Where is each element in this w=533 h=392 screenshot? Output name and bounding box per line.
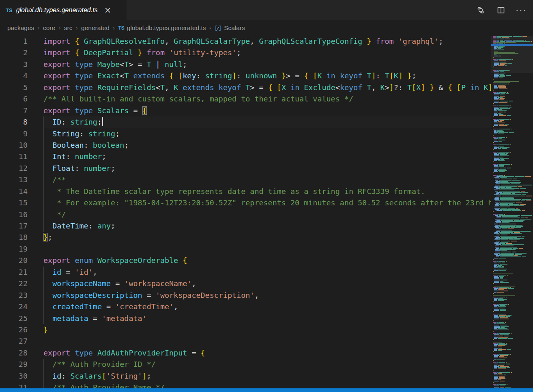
- code-line-1[interactable]: 1import { GraphQLResolveInfo, GraphQLSca…: [0, 36, 491, 47]
- code-line-4[interactable]: 4export type Exact<T extends { [key: str…: [0, 70, 491, 82]
- code-line-13[interactable]: 13 /**: [0, 174, 491, 185]
- minimap-line: [493, 276, 533, 277]
- code-line-5[interactable]: 5export type RequireFields<T, K extends …: [0, 82, 491, 93]
- breadcrumb-item-scalars[interactable]: Scalars: [215, 24, 245, 32]
- breadcrumb-item-packages[interactable]: packages: [7, 24, 34, 32]
- compare-changes-icon[interactable]: [476, 6, 485, 15]
- code-line-content: export enum WorkspaceOrderable {: [43, 255, 491, 266]
- code-line-30[interactable]: 30 id: Scalars['String'];: [0, 370, 491, 382]
- code-line-25[interactable]: 25 metadata = 'metadata': [0, 313, 491, 324]
- minimap-line: [493, 192, 533, 193]
- minimap-line: [493, 317, 533, 318]
- code-line-21[interactable]: 21 id = 'id',: [0, 267, 491, 278]
- minimap-line: [493, 168, 533, 168]
- minimap-line: [493, 88, 533, 89]
- code-line-22[interactable]: 22 workspaceName = 'workspaceName',: [0, 278, 491, 289]
- split-editor-icon[interactable]: [496, 6, 505, 15]
- minimap-line: [493, 48, 533, 49]
- minimap-line: [493, 236, 533, 237]
- minimap-line: [493, 362, 533, 363]
- minimap-line: [493, 146, 533, 146]
- close-tab-icon[interactable]: ×: [104, 6, 112, 15]
- code-line-24[interactable]: 24 createdTime = 'createdTime',: [0, 301, 491, 312]
- minimap-line: [493, 235, 533, 235]
- minimap-line: [493, 101, 533, 101]
- more-actions-icon[interactable]: ···: [517, 6, 526, 15]
- code-line-content: DateTime: any;: [43, 220, 491, 232]
- minimap-line: [493, 96, 533, 97]
- tab-label: global.db.types.generated.ts: [16, 6, 98, 14]
- minimap-line: [493, 248, 533, 249]
- minimap-line: [493, 225, 533, 226]
- minimap-line: [493, 152, 533, 153]
- code-line-content: export type Scalars = {: [43, 105, 491, 116]
- minimap-line: [493, 303, 533, 304]
- minimap-line: [493, 71, 533, 72]
- code-line-20[interactable]: 20export enum WorkspaceOrderable {: [0, 255, 491, 266]
- minimap-line: [493, 120, 533, 121]
- minimap-line: [493, 172, 533, 173]
- minimap-line: [493, 166, 533, 167]
- code-line-9[interactable]: 9 String: string;: [0, 128, 491, 140]
- code-line-28[interactable]: 28export type AddAuthProviderInput = {: [0, 347, 491, 359]
- minimap-line: [493, 291, 533, 291]
- minimap-line: [493, 64, 533, 65]
- minimap-line: [493, 289, 533, 290]
- minimap-line: [493, 314, 533, 314]
- tab-global-db-types-generated[interactable]: TS global.db.types.generated.ts ×: [0, 0, 127, 20]
- minimap-line: [493, 159, 533, 160]
- code-line-23[interactable]: 23 workspaceDescription = 'workspaceDesc…: [0, 290, 491, 301]
- minimap-line: [493, 87, 533, 88]
- code-line-16[interactable]: 16 */: [0, 209, 491, 220]
- minimap-line: [493, 41, 533, 42]
- code-line-7[interactable]: 7export type Scalars = {: [0, 105, 491, 116]
- code-line-19[interactable]: 19: [0, 243, 491, 255]
- minimap-line: [493, 378, 533, 379]
- code-line-18[interactable]: 18};: [0, 232, 491, 243]
- code-line-3[interactable]: 3export type Maybe<T> = T | null;: [0, 59, 491, 70]
- code-line-15[interactable]: 15 * For example: "1985-04-12T23:20:50.5…: [0, 197, 491, 209]
- minimap-line: [493, 181, 533, 182]
- code-line-12[interactable]: 12 Float: number;: [0, 163, 491, 174]
- line-number: 26: [0, 324, 28, 336]
- line-number: 10: [0, 140, 28, 151]
- line-number: 5: [0, 82, 28, 93]
- line-number: 14: [0, 186, 28, 197]
- minimap-line: [493, 354, 533, 355]
- minimap-line: [493, 53, 533, 54]
- breadcrumb-item-global-db-types-generated-ts[interactable]: TSglobal.db.types.generated.ts: [118, 24, 206, 32]
- minimap-line: [493, 255, 533, 256]
- minimap-line: [493, 282, 533, 283]
- code-area[interactable]: 1import { GraphQLResolveInfo, GraphQLSca…: [0, 36, 491, 392]
- minimap-line: [493, 51, 533, 52]
- minimap-line: [493, 174, 533, 174]
- code-line-10[interactable]: 10 Boolean: boolean;: [0, 140, 491, 151]
- minimap-line: [493, 70, 533, 71]
- code-line-8[interactable]: 8 ID: string;: [0, 116, 491, 128]
- minimap-line: [493, 304, 533, 305]
- minimap-line: [493, 336, 533, 336]
- breadcrumb-item-core[interactable]: core: [43, 24, 55, 32]
- code-line-29[interactable]: 29 /** Auth Provider ID */: [0, 359, 491, 370]
- code-line-27[interactable]: 27: [0, 336, 491, 347]
- code-line-2[interactable]: 2import { DeepPartial } from 'utility-ty…: [0, 47, 491, 58]
- minimap-line: [493, 283, 533, 284]
- editor-actions: ···: [476, 0, 533, 20]
- code-line-11[interactable]: 11 Int: number;: [0, 151, 491, 162]
- minimap[interactable]: [491, 36, 533, 392]
- breadcrumb-label: packages: [7, 24, 34, 32]
- minimap-line: [493, 91, 533, 92]
- code-line-17[interactable]: 17 DateTime: any;: [0, 220, 491, 232]
- code-line-26[interactable]: 26}: [0, 324, 491, 336]
- code-line-6[interactable]: 6/** All built-in and custom scalars, ma…: [0, 93, 491, 105]
- code-line-14[interactable]: 14 * The DateTime scalar type represents…: [0, 186, 491, 197]
- minimap-line: [493, 340, 533, 341]
- minimap-line: [493, 275, 533, 276]
- line-number: 1: [0, 36, 28, 47]
- breadcrumb-item-generated[interactable]: generated: [81, 24, 110, 32]
- minimap-line: [493, 73, 533, 73]
- minimap-line: [493, 154, 533, 155]
- minimap-line: [493, 237, 533, 238]
- breadcrumb-item-src[interactable]: src: [64, 24, 73, 32]
- code-line-content: */: [43, 209, 491, 220]
